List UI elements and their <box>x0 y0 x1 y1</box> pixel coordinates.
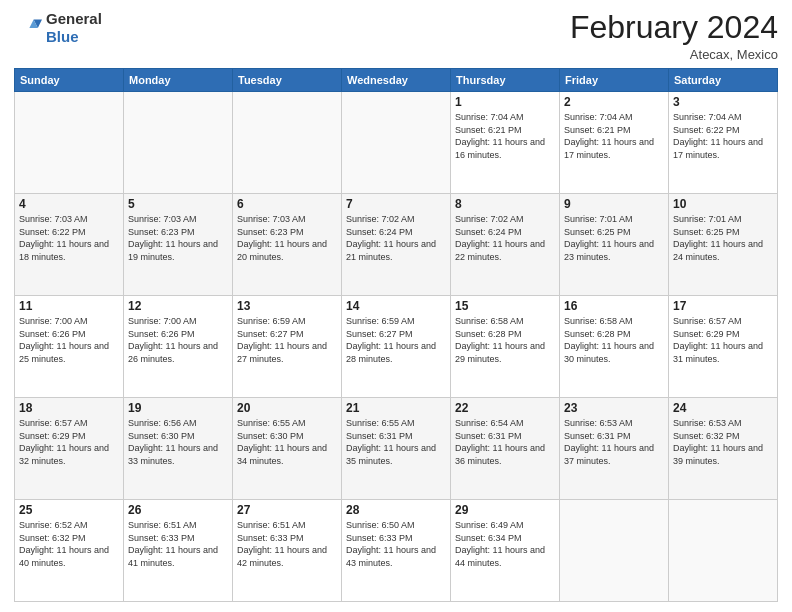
table-row: 4Sunrise: 7:03 AMSunset: 6:22 PMDaylight… <box>15 194 124 296</box>
day-number: 19 <box>128 401 228 415</box>
table-row: 11Sunrise: 7:00 AMSunset: 6:26 PMDayligh… <box>15 296 124 398</box>
day-info: Sunrise: 6:51 AMSunset: 6:33 PMDaylight:… <box>237 519 337 569</box>
day-number: 4 <box>19 197 119 211</box>
table-row: 25Sunrise: 6:52 AMSunset: 6:32 PMDayligh… <box>15 500 124 602</box>
day-info: Sunrise: 7:03 AMSunset: 6:23 PMDaylight:… <box>237 213 337 263</box>
day-number: 29 <box>455 503 555 517</box>
table-row: 26Sunrise: 6:51 AMSunset: 6:33 PMDayligh… <box>124 500 233 602</box>
title-block: February 2024 Atecax, Mexico <box>570 10 778 62</box>
table-row: 5Sunrise: 7:03 AMSunset: 6:23 PMDaylight… <box>124 194 233 296</box>
calendar-table: Sunday Monday Tuesday Wednesday Thursday… <box>14 68 778 602</box>
calendar-week-row: 4Sunrise: 7:03 AMSunset: 6:22 PMDaylight… <box>15 194 778 296</box>
day-info: Sunrise: 7:04 AMSunset: 6:21 PMDaylight:… <box>455 111 555 161</box>
table-row: 2Sunrise: 7:04 AMSunset: 6:21 PMDaylight… <box>560 92 669 194</box>
table-row: 13Sunrise: 6:59 AMSunset: 6:27 PMDayligh… <box>233 296 342 398</box>
col-monday: Monday <box>124 69 233 92</box>
logo: General Blue <box>14 10 102 46</box>
day-number: 25 <box>19 503 119 517</box>
table-row <box>15 92 124 194</box>
day-info: Sunrise: 6:55 AMSunset: 6:31 PMDaylight:… <box>346 417 446 467</box>
table-row: 9Sunrise: 7:01 AMSunset: 6:25 PMDaylight… <box>560 194 669 296</box>
logo-icon <box>14 14 42 42</box>
day-number: 27 <box>237 503 337 517</box>
calendar-week-row: 1Sunrise: 7:04 AMSunset: 6:21 PMDaylight… <box>15 92 778 194</box>
col-friday: Friday <box>560 69 669 92</box>
day-info: Sunrise: 6:57 AMSunset: 6:29 PMDaylight:… <box>19 417 119 467</box>
day-number: 21 <box>346 401 446 415</box>
month-title: February 2024 <box>570 10 778 45</box>
col-sunday: Sunday <box>15 69 124 92</box>
day-info: Sunrise: 6:55 AMSunset: 6:30 PMDaylight:… <box>237 417 337 467</box>
day-info: Sunrise: 7:04 AMSunset: 6:21 PMDaylight:… <box>564 111 664 161</box>
table-row: 14Sunrise: 6:59 AMSunset: 6:27 PMDayligh… <box>342 296 451 398</box>
day-number: 7 <box>346 197 446 211</box>
day-info: Sunrise: 6:53 AMSunset: 6:32 PMDaylight:… <box>673 417 773 467</box>
day-number: 10 <box>673 197 773 211</box>
day-info: Sunrise: 6:54 AMSunset: 6:31 PMDaylight:… <box>455 417 555 467</box>
table-row: 1Sunrise: 7:04 AMSunset: 6:21 PMDaylight… <box>451 92 560 194</box>
day-number: 1 <box>455 95 555 109</box>
table-row: 12Sunrise: 7:00 AMSunset: 6:26 PMDayligh… <box>124 296 233 398</box>
day-number: 14 <box>346 299 446 313</box>
day-number: 11 <box>19 299 119 313</box>
col-saturday: Saturday <box>669 69 778 92</box>
table-row: 28Sunrise: 6:50 AMSunset: 6:33 PMDayligh… <box>342 500 451 602</box>
day-number: 5 <box>128 197 228 211</box>
day-info: Sunrise: 6:51 AMSunset: 6:33 PMDaylight:… <box>128 519 228 569</box>
day-info: Sunrise: 6:50 AMSunset: 6:33 PMDaylight:… <box>346 519 446 569</box>
calendar-week-row: 11Sunrise: 7:00 AMSunset: 6:26 PMDayligh… <box>15 296 778 398</box>
day-number: 3 <box>673 95 773 109</box>
day-number: 22 <box>455 401 555 415</box>
table-row: 6Sunrise: 7:03 AMSunset: 6:23 PMDaylight… <box>233 194 342 296</box>
day-info: Sunrise: 6:49 AMSunset: 6:34 PMDaylight:… <box>455 519 555 569</box>
day-number: 8 <box>455 197 555 211</box>
day-info: Sunrise: 7:02 AMSunset: 6:24 PMDaylight:… <box>346 213 446 263</box>
table-row <box>233 92 342 194</box>
table-row: 10Sunrise: 7:01 AMSunset: 6:25 PMDayligh… <box>669 194 778 296</box>
day-number: 15 <box>455 299 555 313</box>
day-number: 9 <box>564 197 664 211</box>
location-subtitle: Atecax, Mexico <box>570 47 778 62</box>
table-row <box>669 500 778 602</box>
day-info: Sunrise: 7:00 AMSunset: 6:26 PMDaylight:… <box>128 315 228 365</box>
table-row: 23Sunrise: 6:53 AMSunset: 6:31 PMDayligh… <box>560 398 669 500</box>
table-row: 8Sunrise: 7:02 AMSunset: 6:24 PMDaylight… <box>451 194 560 296</box>
logo-blue-text: Blue <box>46 28 79 45</box>
col-tuesday: Tuesday <box>233 69 342 92</box>
table-row: 24Sunrise: 6:53 AMSunset: 6:32 PMDayligh… <box>669 398 778 500</box>
day-number: 17 <box>673 299 773 313</box>
day-number: 2 <box>564 95 664 109</box>
day-info: Sunrise: 6:53 AMSunset: 6:31 PMDaylight:… <box>564 417 664 467</box>
day-number: 12 <box>128 299 228 313</box>
day-info: Sunrise: 7:03 AMSunset: 6:22 PMDaylight:… <box>19 213 119 263</box>
day-info: Sunrise: 6:52 AMSunset: 6:32 PMDaylight:… <box>19 519 119 569</box>
day-number: 16 <box>564 299 664 313</box>
table-row: 3Sunrise: 7:04 AMSunset: 6:22 PMDaylight… <box>669 92 778 194</box>
day-number: 18 <box>19 401 119 415</box>
table-row <box>342 92 451 194</box>
table-row: 17Sunrise: 6:57 AMSunset: 6:29 PMDayligh… <box>669 296 778 398</box>
day-number: 13 <box>237 299 337 313</box>
col-wednesday: Wednesday <box>342 69 451 92</box>
day-info: Sunrise: 7:03 AMSunset: 6:23 PMDaylight:… <box>128 213 228 263</box>
table-row: 19Sunrise: 6:56 AMSunset: 6:30 PMDayligh… <box>124 398 233 500</box>
day-number: 23 <box>564 401 664 415</box>
calendar-week-row: 25Sunrise: 6:52 AMSunset: 6:32 PMDayligh… <box>15 500 778 602</box>
logo-text: General Blue <box>46 10 102 46</box>
table-row: 7Sunrise: 7:02 AMSunset: 6:24 PMDaylight… <box>342 194 451 296</box>
day-number: 6 <box>237 197 337 211</box>
page: General Blue February 2024 Atecax, Mexic… <box>0 0 792 612</box>
header: General Blue February 2024 Atecax, Mexic… <box>14 10 778 62</box>
day-number: 24 <box>673 401 773 415</box>
table-row: 20Sunrise: 6:55 AMSunset: 6:30 PMDayligh… <box>233 398 342 500</box>
day-number: 26 <box>128 503 228 517</box>
table-row: 27Sunrise: 6:51 AMSunset: 6:33 PMDayligh… <box>233 500 342 602</box>
day-info: Sunrise: 6:57 AMSunset: 6:29 PMDaylight:… <box>673 315 773 365</box>
day-info: Sunrise: 7:01 AMSunset: 6:25 PMDaylight:… <box>564 213 664 263</box>
logo-general-text: General <box>46 10 102 27</box>
table-row: 16Sunrise: 6:58 AMSunset: 6:28 PMDayligh… <box>560 296 669 398</box>
calendar-header-row: Sunday Monday Tuesday Wednesday Thursday… <box>15 69 778 92</box>
table-row: 18Sunrise: 6:57 AMSunset: 6:29 PMDayligh… <box>15 398 124 500</box>
day-info: Sunrise: 7:00 AMSunset: 6:26 PMDaylight:… <box>19 315 119 365</box>
day-info: Sunrise: 6:59 AMSunset: 6:27 PMDaylight:… <box>346 315 446 365</box>
